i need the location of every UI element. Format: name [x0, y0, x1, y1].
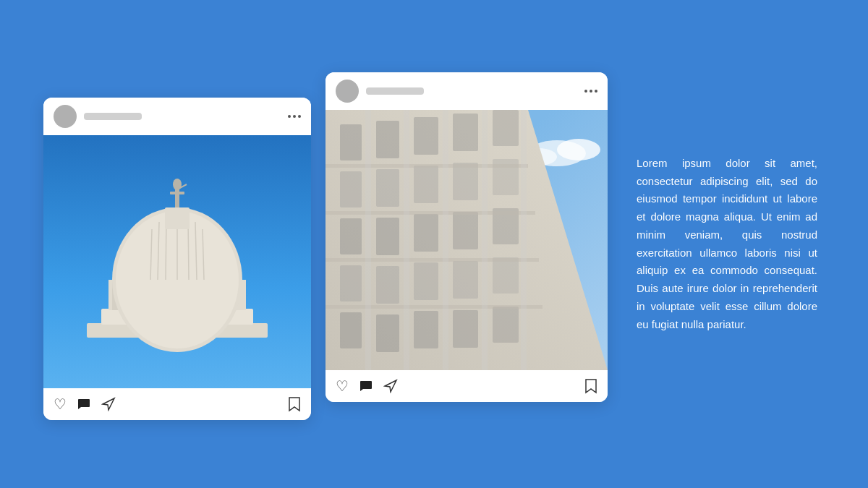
svg-rect-65	[521, 110, 527, 370]
username-bar	[84, 113, 142, 120]
username-bar	[366, 87, 424, 95]
card-2: ♡	[326, 72, 608, 402]
svg-rect-51	[453, 310, 478, 348]
svg-rect-37	[376, 121, 399, 158]
svg-rect-38	[376, 169, 399, 207]
comment-button[interactable]	[359, 379, 373, 393]
main-container: ♡	[0, 0, 868, 488]
svg-rect-44	[414, 214, 438, 252]
avatar	[336, 80, 359, 103]
svg-rect-46	[414, 311, 438, 348]
avatar	[54, 105, 77, 128]
card-2-header-left	[336, 80, 424, 103]
svg-rect-64	[482, 110, 488, 370]
svg-rect-59	[326, 258, 539, 262]
card-2-actions: ♡	[336, 377, 398, 395]
more-options-icon[interactable]	[584, 90, 597, 93]
card-1-actions: ♡	[54, 395, 116, 413]
svg-rect-41	[376, 314, 399, 352]
comment-button[interactable]	[77, 397, 91, 411]
card-1-image	[43, 135, 311, 388]
svg-rect-42	[414, 117, 438, 155]
svg-rect-58	[326, 211, 535, 215]
svg-rect-43	[414, 166, 438, 203]
svg-rect-33	[340, 171, 362, 207]
svg-rect-48	[453, 163, 478, 200]
like-button[interactable]: ♡	[54, 395, 67, 413]
svg-rect-47	[453, 114, 478, 151]
svg-rect-63	[443, 110, 448, 370]
svg-rect-22	[165, 207, 190, 229]
card-1: ♡	[43, 98, 311, 420]
svg-rect-60	[326, 305, 542, 309]
svg-rect-35	[340, 265, 362, 301]
bookmark-button[interactable]	[288, 396, 301, 412]
svg-rect-56	[493, 307, 519, 343]
svg-rect-32	[340, 124, 362, 160]
svg-rect-39	[376, 218, 399, 255]
card-2-image	[326, 110, 608, 370]
svg-rect-45	[414, 262, 438, 300]
svg-rect-40	[376, 266, 399, 304]
card-1-header	[43, 98, 311, 135]
svg-rect-49	[453, 212, 478, 249]
card-1-footer: ♡	[43, 388, 311, 420]
svg-rect-50	[453, 261, 478, 299]
card-2-header	[326, 72, 608, 110]
svg-rect-34	[340, 218, 362, 254]
card-2-footer: ♡	[326, 370, 608, 402]
svg-rect-55	[493, 257, 519, 294]
svg-rect-57	[326, 164, 528, 168]
svg-rect-62	[404, 110, 409, 370]
card-1-header-left	[54, 105, 142, 128]
svg-rect-52	[493, 110, 519, 146]
more-options-icon[interactable]	[288, 115, 301, 118]
like-button[interactable]: ♡	[336, 377, 349, 395]
svg-point-29	[557, 139, 600, 160]
share-button[interactable]	[101, 397, 116, 411]
bookmark-button[interactable]	[584, 378, 597, 394]
svg-rect-25	[170, 192, 184, 194]
share-button[interactable]	[383, 379, 398, 393]
svg-rect-36	[340, 312, 362, 348]
text-panel: Lorem ipsum dolor sit amet, consectetur …	[622, 140, 825, 348]
lorem-ipsum-text: Lorem ipsum dolor sit amet, consectetur …	[637, 155, 817, 334]
svg-rect-61	[365, 110, 371, 370]
